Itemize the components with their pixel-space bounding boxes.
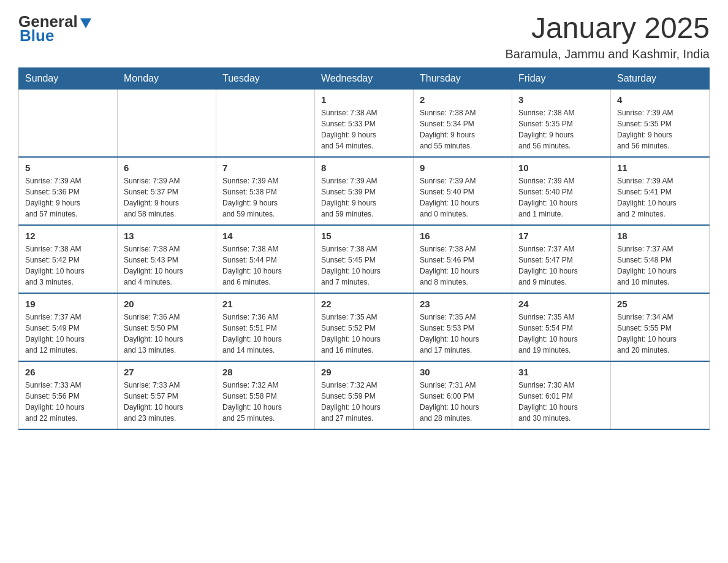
calendar-cell xyxy=(216,89,315,157)
day-info: Sunrise: 7:35 AM Sunset: 5:54 PM Dayligh… xyxy=(518,312,604,356)
day-number: 24 xyxy=(518,299,604,309)
weekday-header-tuesday: Tuesday xyxy=(216,67,315,89)
day-info: Sunrise: 7:38 AM Sunset: 5:46 PM Dayligh… xyxy=(420,243,506,288)
logo-blue: Blue xyxy=(20,26,54,45)
calendar-week-row: 1Sunrise: 7:38 AM Sunset: 5:33 PM Daylig… xyxy=(19,89,710,157)
day-info: Sunrise: 7:39 AM Sunset: 5:35 PM Dayligh… xyxy=(617,107,703,151)
day-info: Sunrise: 7:38 AM Sunset: 5:44 PM Dayligh… xyxy=(222,243,308,288)
day-info: Sunrise: 7:39 AM Sunset: 5:37 PM Dayligh… xyxy=(124,175,210,220)
day-info: Sunrise: 7:37 AM Sunset: 5:49 PM Dayligh… xyxy=(25,312,111,356)
calendar-cell: 9Sunrise: 7:39 AM Sunset: 5:40 PM Daylig… xyxy=(414,157,512,225)
calendar-cell xyxy=(19,89,118,157)
day-info: Sunrise: 7:32 AM Sunset: 5:59 PM Dayligh… xyxy=(321,380,407,424)
calendar-cell: 6Sunrise: 7:39 AM Sunset: 5:37 PM Daylig… xyxy=(118,157,216,225)
calendar-cell: 4Sunrise: 7:39 AM Sunset: 5:35 PM Daylig… xyxy=(611,89,710,157)
calendar-cell: 21Sunrise: 7:36 AM Sunset: 5:51 PM Dayli… xyxy=(216,293,315,361)
calendar-body: 1Sunrise: 7:38 AM Sunset: 5:33 PM Daylig… xyxy=(19,89,710,429)
calendar-cell: 5Sunrise: 7:39 AM Sunset: 5:36 PM Daylig… xyxy=(19,157,118,225)
logo: General Blue xyxy=(18,12,93,45)
day-info: Sunrise: 7:38 AM Sunset: 5:35 PM Dayligh… xyxy=(518,107,604,151)
day-info: Sunrise: 7:39 AM Sunset: 5:36 PM Dayligh… xyxy=(25,175,111,220)
weekday-header-friday: Friday xyxy=(512,67,611,89)
weekday-header-sunday: Sunday xyxy=(19,67,118,89)
day-number: 25 xyxy=(617,299,703,309)
day-number: 22 xyxy=(321,299,407,309)
day-info: Sunrise: 7:37 AM Sunset: 5:47 PM Dayligh… xyxy=(518,243,604,288)
calendar-week-row: 26Sunrise: 7:33 AM Sunset: 5:56 PM Dayli… xyxy=(19,361,710,429)
day-number: 10 xyxy=(518,163,604,173)
day-info: Sunrise: 7:36 AM Sunset: 5:51 PM Dayligh… xyxy=(222,312,308,356)
day-number: 9 xyxy=(420,163,506,173)
page-header: General Blue January 2025 Baramula, Jamm… xyxy=(18,12,710,61)
day-info: Sunrise: 7:38 AM Sunset: 5:34 PM Dayligh… xyxy=(420,107,506,151)
day-number: 11 xyxy=(617,163,703,173)
weekday-header-row: SundayMondayTuesdayWednesdayThursdayFrid… xyxy=(19,67,710,89)
calendar-cell: 17Sunrise: 7:37 AM Sunset: 5:47 PM Dayli… xyxy=(512,225,611,293)
day-number: 3 xyxy=(518,94,604,105)
day-info: Sunrise: 7:30 AM Sunset: 6:01 PM Dayligh… xyxy=(518,380,604,424)
day-number: 27 xyxy=(124,367,210,377)
logo-triangle-icon xyxy=(79,16,93,29)
calendar-cell: 15Sunrise: 7:38 AM Sunset: 5:45 PM Dayli… xyxy=(315,225,414,293)
day-number: 20 xyxy=(124,299,210,309)
title-section: January 2025 Baramula, Jammu and Kashmir… xyxy=(506,12,710,61)
calendar-cell: 11Sunrise: 7:39 AM Sunset: 5:41 PM Dayli… xyxy=(611,157,710,225)
day-number: 6 xyxy=(124,163,210,173)
day-info: Sunrise: 7:38 AM Sunset: 5:42 PM Dayligh… xyxy=(25,243,111,288)
calendar-table: SundayMondayTuesdayWednesdayThursdayFrid… xyxy=(18,67,710,430)
day-info: Sunrise: 7:35 AM Sunset: 5:52 PM Dayligh… xyxy=(321,312,407,356)
calendar-cell: 20Sunrise: 7:36 AM Sunset: 5:50 PM Dayli… xyxy=(118,293,216,361)
day-number: 2 xyxy=(420,94,506,105)
day-info: Sunrise: 7:31 AM Sunset: 6:00 PM Dayligh… xyxy=(420,380,506,424)
day-number: 7 xyxy=(222,163,308,173)
day-number: 16 xyxy=(420,231,506,241)
day-info: Sunrise: 7:39 AM Sunset: 5:40 PM Dayligh… xyxy=(420,175,506,220)
calendar-cell: 23Sunrise: 7:35 AM Sunset: 5:53 PM Dayli… xyxy=(414,293,512,361)
day-number: 21 xyxy=(222,299,308,309)
calendar-cell: 2Sunrise: 7:38 AM Sunset: 5:34 PM Daylig… xyxy=(414,89,512,157)
day-number: 14 xyxy=(222,231,308,241)
day-number: 23 xyxy=(420,299,506,309)
calendar-cell: 25Sunrise: 7:34 AM Sunset: 5:55 PM Dayli… xyxy=(611,293,710,361)
weekday-header-thursday: Thursday xyxy=(414,67,512,89)
calendar-week-row: 5Sunrise: 7:39 AM Sunset: 5:36 PM Daylig… xyxy=(19,157,710,225)
day-number: 29 xyxy=(321,367,407,377)
day-info: Sunrise: 7:37 AM Sunset: 5:48 PM Dayligh… xyxy=(617,243,703,288)
calendar-cell: 8Sunrise: 7:39 AM Sunset: 5:39 PM Daylig… xyxy=(315,157,414,225)
calendar-cell: 19Sunrise: 7:37 AM Sunset: 5:49 PM Dayli… xyxy=(19,293,118,361)
weekday-header-wednesday: Wednesday xyxy=(315,67,414,89)
calendar-cell: 24Sunrise: 7:35 AM Sunset: 5:54 PM Dayli… xyxy=(512,293,611,361)
day-number: 5 xyxy=(25,163,111,173)
day-info: Sunrise: 7:36 AM Sunset: 5:50 PM Dayligh… xyxy=(124,312,210,356)
day-number: 8 xyxy=(321,163,407,173)
day-info: Sunrise: 7:35 AM Sunset: 5:53 PM Dayligh… xyxy=(420,312,506,356)
day-number: 13 xyxy=(124,231,210,241)
day-info: Sunrise: 7:38 AM Sunset: 5:45 PM Dayligh… xyxy=(321,243,407,288)
svg-marker-0 xyxy=(80,18,91,28)
day-number: 30 xyxy=(420,367,506,377)
day-info: Sunrise: 7:39 AM Sunset: 5:38 PM Dayligh… xyxy=(222,175,308,220)
calendar-cell: 29Sunrise: 7:32 AM Sunset: 5:59 PM Dayli… xyxy=(315,361,414,429)
day-info: Sunrise: 7:39 AM Sunset: 5:39 PM Dayligh… xyxy=(321,175,407,220)
day-number: 1 xyxy=(321,94,407,105)
calendar-cell xyxy=(611,361,710,429)
day-number: 26 xyxy=(25,367,111,377)
day-info: Sunrise: 7:33 AM Sunset: 5:56 PM Dayligh… xyxy=(25,380,111,424)
calendar-cell: 31Sunrise: 7:30 AM Sunset: 6:01 PM Dayli… xyxy=(512,361,611,429)
day-info: Sunrise: 7:34 AM Sunset: 5:55 PM Dayligh… xyxy=(617,312,703,356)
day-number: 17 xyxy=(518,231,604,241)
calendar-cell: 30Sunrise: 7:31 AM Sunset: 6:00 PM Dayli… xyxy=(414,361,512,429)
calendar-cell: 28Sunrise: 7:32 AM Sunset: 5:58 PM Dayli… xyxy=(216,361,315,429)
calendar-cell: 18Sunrise: 7:37 AM Sunset: 5:48 PM Dayli… xyxy=(611,225,710,293)
day-number: 12 xyxy=(25,231,111,241)
calendar-header: SundayMondayTuesdayWednesdayThursdayFrid… xyxy=(19,67,710,89)
weekday-header-monday: Monday xyxy=(118,67,216,89)
calendar-subtitle: Baramula, Jammu and Kashmir, India xyxy=(506,47,710,61)
calendar-cell: 1Sunrise: 7:38 AM Sunset: 5:33 PM Daylig… xyxy=(315,89,414,157)
calendar-title: January 2025 xyxy=(506,12,710,45)
calendar-cell: 10Sunrise: 7:39 AM Sunset: 5:40 PM Dayli… xyxy=(512,157,611,225)
weekday-header-saturday: Saturday xyxy=(611,67,710,89)
day-info: Sunrise: 7:33 AM Sunset: 5:57 PM Dayligh… xyxy=(124,380,210,424)
calendar-cell xyxy=(118,89,216,157)
calendar-week-row: 12Sunrise: 7:38 AM Sunset: 5:42 PM Dayli… xyxy=(19,225,710,293)
